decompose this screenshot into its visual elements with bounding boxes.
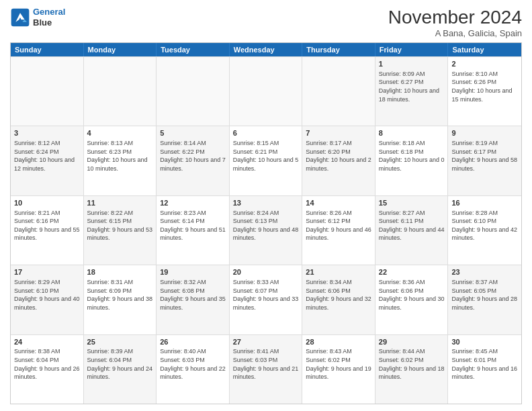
calendar-row-1: 3Sunrise: 8:12 AMSunset: 6:24 PMDaylight… [11, 126, 521, 195]
day-info: Sunrise: 8:27 AMSunset: 6:11 PMDaylight:… [379, 209, 445, 242]
cal-cell-13: 13Sunrise: 8:24 AMSunset: 6:13 PMDayligh… [230, 196, 303, 265]
cal-cell-21: 21Sunrise: 8:34 AMSunset: 6:06 PMDayligh… [302, 265, 375, 334]
cal-cell-empty [230, 57, 303, 126]
cal-cell-3: 3Sunrise: 8:12 AMSunset: 6:24 PMDaylight… [11, 126, 84, 195]
day-info: Sunrise: 8:31 AMSunset: 6:09 PMDaylight:… [87, 278, 153, 312]
cal-cell-24: 24Sunrise: 8:38 AMSunset: 6:04 PMDayligh… [11, 335, 84, 404]
day-info: Sunrise: 8:23 AMSunset: 6:14 PMDaylight:… [160, 209, 226, 242]
calendar-row-4: 24Sunrise: 8:38 AMSunset: 6:04 PMDayligh… [11, 334, 521, 404]
header-friday: Friday [375, 43, 449, 56]
cal-cell-29: 29Sunrise: 8:44 AMSunset: 6:02 PMDayligh… [375, 335, 449, 404]
day-info: Sunrise: 8:37 AMSunset: 6:05 PMDaylight:… [451, 278, 518, 312]
logo-line1: General [33, 7, 65, 17]
cal-cell-empty [84, 57, 157, 126]
header-sunday: Sunday [11, 43, 84, 56]
header-wednesday: Wednesday [230, 43, 303, 56]
day-number: 30 [451, 337, 518, 347]
day-number: 9 [451, 128, 518, 138]
day-info: Sunrise: 8:22 AMSunset: 6:15 PMDaylight:… [87, 209, 153, 242]
day-info: Sunrise: 8:18 AMSunset: 6:18 PMDaylight:… [379, 139, 445, 173]
page: General Blue November 2024 A Bana, Galic… [0, 0, 532, 411]
cal-cell-8: 8Sunrise: 8:18 AMSunset: 6:18 PMDaylight… [375, 126, 449, 195]
cal-cell-16: 16Sunrise: 8:28 AMSunset: 6:10 PMDayligh… [448, 196, 521, 265]
day-info: Sunrise: 8:10 AMSunset: 6:26 PMDaylight:… [451, 70, 518, 103]
cal-cell-11: 11Sunrise: 8:22 AMSunset: 6:15 PMDayligh… [84, 196, 157, 265]
day-info: Sunrise: 8:34 AMSunset: 6:06 PMDaylight:… [306, 278, 371, 312]
day-info: Sunrise: 8:29 AMSunset: 6:10 PMDaylight:… [14, 278, 80, 312]
day-info: Sunrise: 8:43 AMSunset: 6:02 PMDaylight:… [306, 347, 371, 381]
day-number: 19 [160, 267, 226, 277]
day-number: 5 [160, 128, 226, 138]
day-info: Sunrise: 8:28 AMSunset: 6:10 PMDaylight:… [451, 209, 518, 242]
cal-cell-22: 22Sunrise: 8:36 AMSunset: 6:06 PMDayligh… [375, 265, 449, 334]
header: General Blue November 2024 A Bana, Galic… [10, 7, 522, 38]
logo-icon [10, 7, 30, 28]
day-info: Sunrise: 8:33 AMSunset: 6:07 PMDaylight:… [233, 278, 299, 312]
header-thursday: Thursday [302, 43, 375, 56]
day-info: Sunrise: 8:09 AMSunset: 6:27 PMDaylight:… [379, 70, 445, 103]
calendar-header: SundayMondayTuesdayWednesdayThursdayFrid… [11, 43, 521, 56]
cal-cell-30: 30Sunrise: 8:45 AMSunset: 6:01 PMDayligh… [448, 335, 521, 404]
day-info: Sunrise: 8:14 AMSunset: 6:22 PMDaylight:… [160, 139, 226, 173]
cal-cell-5: 5Sunrise: 8:14 AMSunset: 6:22 PMDaylight… [157, 126, 230, 195]
day-number: 10 [14, 198, 80, 208]
logo: General Blue [10, 7, 65, 28]
day-number: 17 [14, 267, 80, 277]
day-number: 26 [160, 337, 226, 347]
day-number: 13 [233, 198, 299, 208]
cal-cell-23: 23Sunrise: 8:37 AMSunset: 6:05 PMDayligh… [448, 265, 521, 334]
cal-cell-27: 27Sunrise: 8:41 AMSunset: 6:03 PMDayligh… [230, 335, 303, 404]
day-number: 25 [87, 337, 153, 347]
day-info: Sunrise: 8:36 AMSunset: 6:06 PMDaylight:… [379, 278, 445, 312]
day-number: 3 [14, 128, 80, 138]
cal-cell-14: 14Sunrise: 8:26 AMSunset: 6:12 PMDayligh… [302, 196, 375, 265]
cal-cell-17: 17Sunrise: 8:29 AMSunset: 6:10 PMDayligh… [11, 265, 84, 334]
cal-cell-empty [157, 57, 230, 126]
day-info: Sunrise: 8:40 AMSunset: 6:03 PMDaylight:… [160, 347, 226, 381]
cal-cell-26: 26Sunrise: 8:40 AMSunset: 6:03 PMDayligh… [157, 335, 230, 404]
header-monday: Monday [84, 43, 157, 56]
cal-cell-28: 28Sunrise: 8:43 AMSunset: 6:02 PMDayligh… [302, 335, 375, 404]
calendar-body: 1Sunrise: 8:09 AMSunset: 6:27 PMDaylight… [11, 56, 521, 404]
calendar-row-3: 17Sunrise: 8:29 AMSunset: 6:10 PMDayligh… [11, 265, 521, 334]
location-subtitle: A Bana, Galicia, Spain [388, 28, 522, 38]
header-saturday: Saturday [448, 43, 521, 56]
day-number: 28 [306, 337, 371, 347]
cal-cell-7: 7Sunrise: 8:17 AMSunset: 6:20 PMDaylight… [302, 126, 375, 195]
day-info: Sunrise: 8:19 AMSunset: 6:17 PMDaylight:… [451, 139, 518, 173]
day-number: 18 [87, 267, 153, 277]
cal-cell-empty [11, 57, 84, 126]
cal-cell-empty [302, 57, 375, 126]
day-number: 15 [379, 198, 445, 208]
day-info: Sunrise: 8:41 AMSunset: 6:03 PMDaylight:… [233, 347, 299, 381]
day-number: 1 [379, 59, 445, 69]
day-info: Sunrise: 8:32 AMSunset: 6:08 PMDaylight:… [160, 278, 226, 312]
day-info: Sunrise: 8:45 AMSunset: 6:01 PMDaylight:… [451, 347, 518, 381]
cal-cell-18: 18Sunrise: 8:31 AMSunset: 6:09 PMDayligh… [84, 265, 157, 334]
month-title: November 2024 [388, 7, 522, 28]
cal-cell-19: 19Sunrise: 8:32 AMSunset: 6:08 PMDayligh… [157, 265, 230, 334]
day-info: Sunrise: 8:17 AMSunset: 6:20 PMDaylight:… [306, 139, 371, 173]
day-info: Sunrise: 8:12 AMSunset: 6:24 PMDaylight:… [14, 139, 80, 173]
day-number: 7 [306, 128, 371, 138]
day-info: Sunrise: 8:21 AMSunset: 6:16 PMDaylight:… [14, 209, 80, 242]
day-number: 29 [379, 337, 445, 347]
day-number: 11 [87, 198, 153, 208]
cal-cell-15: 15Sunrise: 8:27 AMSunset: 6:11 PMDayligh… [375, 196, 449, 265]
cal-cell-1: 1Sunrise: 8:09 AMSunset: 6:27 PMDaylight… [375, 57, 449, 126]
cal-cell-12: 12Sunrise: 8:23 AMSunset: 6:14 PMDayligh… [157, 196, 230, 265]
day-info: Sunrise: 8:44 AMSunset: 6:02 PMDaylight:… [379, 347, 445, 381]
day-info: Sunrise: 8:38 AMSunset: 6:04 PMDaylight:… [14, 347, 80, 381]
day-number: 24 [14, 337, 80, 347]
day-number: 16 [451, 198, 518, 208]
cal-cell-10: 10Sunrise: 8:21 AMSunset: 6:16 PMDayligh… [11, 196, 84, 265]
cal-cell-6: 6Sunrise: 8:15 AMSunset: 6:21 PMDaylight… [230, 126, 303, 195]
calendar-row-0: 1Sunrise: 8:09 AMSunset: 6:27 PMDaylight… [11, 56, 521, 126]
day-number: 20 [233, 267, 299, 277]
day-info: Sunrise: 8:39 AMSunset: 6:04 PMDaylight:… [87, 347, 153, 381]
cal-cell-20: 20Sunrise: 8:33 AMSunset: 6:07 PMDayligh… [230, 265, 303, 334]
logo-text: General Blue [33, 7, 65, 28]
calendar-row-2: 10Sunrise: 8:21 AMSunset: 6:16 PMDayligh… [11, 195, 521, 265]
day-number: 2 [451, 59, 518, 69]
day-info: Sunrise: 8:15 AMSunset: 6:21 PMDaylight:… [233, 139, 299, 173]
